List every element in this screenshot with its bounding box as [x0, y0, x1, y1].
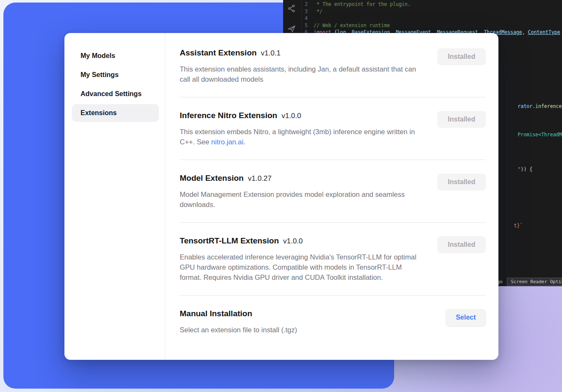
- code-line: 3 */: [302, 8, 562, 15]
- installed-button[interactable]: Installed: [437, 48, 486, 65]
- extension-row-model: Model Extensionv1.0.27 Model Management …: [180, 160, 486, 223]
- settings-sidebar: My Models My Settings Advanced Settings …: [64, 33, 165, 360]
- installed-button[interactable]: Installed: [437, 236, 486, 253]
- installed-button[interactable]: Installed: [437, 174, 486, 190]
- extension-version: v1.0.0: [281, 112, 301, 120]
- installed-button[interactable]: Installed: [437, 111, 486, 128]
- extension-description: Model Management Extension provides mode…: [180, 189, 423, 210]
- extension-version: v1.0.0: [283, 237, 303, 245]
- code-fragment: Promise<ThreadMessage>: [500, 126, 562, 144]
- extension-row-assistant: Assistant Extensionv1.0.1 This extension…: [180, 33, 486, 97]
- sidebar-item-my-models[interactable]: My Models: [72, 47, 159, 65]
- settings-card: My Models My Settings Advanced Settings …: [64, 33, 498, 360]
- extension-title: Manual Installation: [180, 309, 252, 318]
- code-line: 5// Web / extension runtime: [302, 22, 562, 29]
- extension-row-manual-install: Manual Installation Select an extension …: [180, 295, 486, 348]
- extension-version: v1.0.1: [261, 49, 281, 57]
- extension-title: Inference Nitro Extension: [180, 111, 277, 120]
- screen-reader-toast[interactable]: Screen Reader Optimize: [507, 278, 562, 286]
- line-number: 2: [302, 1, 314, 8]
- code-fragment: t}`: [496, 217, 523, 235]
- code-lines: 2 * The entrypoint for the plugin. 3 */ …: [302, 1, 562, 36]
- nitro-link[interactable]: nitro.jan.ai: [211, 138, 243, 146]
- sidebar-item-my-settings[interactable]: My Settings: [72, 66, 159, 84]
- extension-version: v1.0.27: [248, 174, 272, 182]
- extension-title: Assistant Extension: [180, 48, 257, 57]
- sidebar-item-advanced-settings[interactable]: Advanced Settings: [72, 85, 159, 103]
- code-fragment: ")) {: [500, 160, 532, 178]
- code-fragment: rator.inference(data));: [500, 97, 562, 115]
- extensions-list: Assistant Extensionv1.0.1 This extension…: [165, 33, 498, 360]
- extension-title: TensortRT-LLM Extension: [180, 236, 279, 245]
- select-button[interactable]: Select: [446, 309, 486, 326]
- code-line: 4: [302, 15, 562, 22]
- extension-description: Enables accelerated inference leveraging…: [180, 252, 423, 282]
- line-number: 4: [302, 15, 314, 22]
- extension-description: Select an extension file to install (.tg…: [180, 325, 297, 335]
- extension-description: This extension embeds Nitro, a lightweig…: [180, 127, 423, 147]
- line-number: 3: [302, 8, 314, 15]
- code-line: 2 * The entrypoint for the plugin.: [302, 1, 562, 8]
- sidebar-item-extensions[interactable]: Extensions: [72, 104, 159, 122]
- extension-row-nitro: Inference Nitro Extensionv1.0.0 This ext…: [180, 97, 486, 160]
- extension-description: This extension enables assistants, inclu…: [180, 64, 423, 84]
- extension-row-tensorrt: TensortRT-LLM Extensionv1.0.0 Enables ac…: [180, 223, 486, 295]
- page: 2 * The entrypoint for the plugin. 3 */ …: [0, 0, 562, 392]
- line-number: 5: [302, 22, 314, 29]
- share-icon[interactable]: [287, 4, 296, 14]
- extension-title: Model Extension: [180, 174, 244, 182]
